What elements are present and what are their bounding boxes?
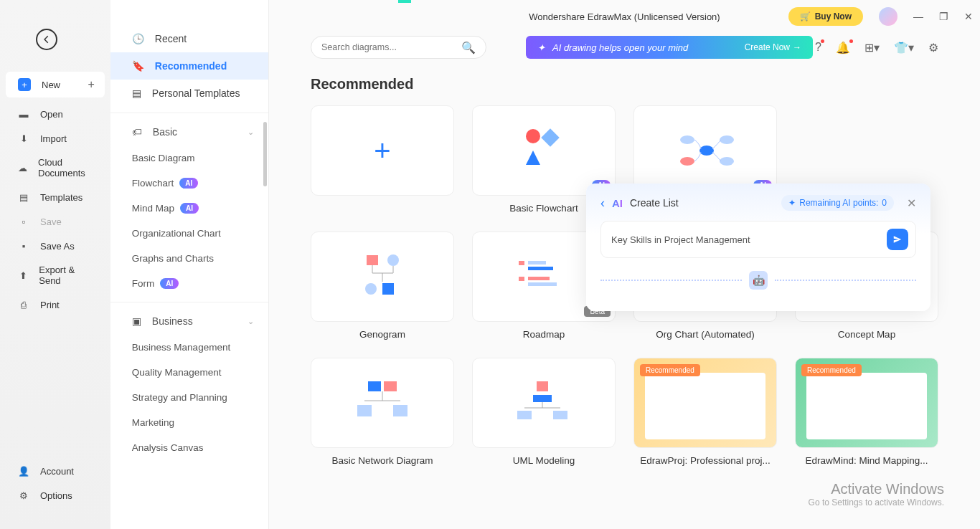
print-button[interactable]: ⎙ Print <box>0 292 110 317</box>
quality-mgmt-item[interactable]: Quality Management <box>110 360 268 385</box>
strategy-item[interactable]: Strategy and Planning <box>110 385 268 410</box>
options-button[interactable]: ⚙ Options <box>0 483 110 507</box>
diamond-icon: ✦ <box>788 198 796 208</box>
svg-point-5 <box>699 146 714 156</box>
minimize-button[interactable]: — <box>913 11 923 22</box>
create-now-button[interactable]: Create Now → <box>745 42 801 52</box>
card-label: Genogram <box>311 329 454 340</box>
card-label: UML Modeling <box>472 455 616 466</box>
help-icon[interactable]: ? <box>815 41 821 54</box>
analysis-label: Analysis Canvas <box>132 442 204 453</box>
genogram-card[interactable]: Genogram <box>311 232 454 340</box>
svg-rect-8 <box>367 255 378 265</box>
maximize-button[interactable]: ❐ <box>939 11 948 22</box>
flowchart-icon <box>512 125 576 176</box>
graphs-item[interactable]: Graphs and Charts <box>110 246 268 271</box>
network-diagram-card[interactable]: Basic Network Diagram <box>311 358 454 466</box>
import-button[interactable]: ⬇ Import <box>0 126 110 151</box>
personal-label: Personal Templates <box>152 87 240 99</box>
arrow-left-icon <box>42 34 52 44</box>
cloud-button[interactable]: ☁ Cloud Documents <box>0 151 110 185</box>
print-icon: ⎙ <box>18 299 29 310</box>
basic-label: Basic <box>153 126 177 138</box>
cart-icon: 🛒 <box>800 11 811 22</box>
bell-icon[interactable]: 🔔 <box>836 41 850 54</box>
business-category[interactable]: ▣ Business ⌄ <box>110 302 268 335</box>
basic-category[interactable]: 🏷 Basic ⌄ <box>110 113 268 146</box>
search-input[interactable] <box>321 42 461 52</box>
ai-banner[interactable]: ✦ AI drawing helps open your mind Create… <box>526 36 813 59</box>
apps-icon[interactable]: ⊞▾ <box>864 41 880 54</box>
ai-badge: AI <box>160 278 179 289</box>
svg-rect-20 <box>528 277 550 280</box>
ai-points-label: Remaining AI points: <box>799 198 878 208</box>
clock-icon: 🕒 <box>132 33 144 44</box>
import-icon: ⬇ <box>18 133 29 144</box>
svg-point-3 <box>680 135 694 144</box>
open-label: Open <box>40 109 63 120</box>
buy-label: Buy Now <box>815 11 852 22</box>
account-label: Account <box>40 466 74 477</box>
svg-rect-16 <box>519 261 524 265</box>
chevron-down-icon: ⌄ <box>248 317 254 326</box>
save-as-icon: ▪ <box>18 240 29 252</box>
basic-diagram-label: Basic Diagram <box>132 153 195 163</box>
scrollbar[interactable] <box>263 122 267 186</box>
edrawmind-card[interactable]: Recommended EdrawMind: Mind Mapping... <box>795 358 938 466</box>
svg-marker-2 <box>526 151 540 165</box>
recent-item[interactable]: 🕒 Recent <box>110 25 268 52</box>
flowchart-label: Flowchart <box>132 178 174 189</box>
close-button[interactable]: ✕ <box>964 11 973 22</box>
svg-point-9 <box>387 254 399 266</box>
mindmap-label: Mind Map <box>132 203 174 214</box>
uml-card[interactable]: UML Modeling <box>472 358 616 466</box>
new-label: New <box>42 80 60 90</box>
layout-icon: ▤ <box>132 87 141 99</box>
send-icon <box>892 234 903 244</box>
ai-back-button[interactable]: ‹ <box>600 196 605 211</box>
plus-icon: + <box>374 135 390 167</box>
form-item[interactable]: FormAI <box>110 271 268 296</box>
back-button[interactable] <box>36 29 57 50</box>
settings-icon[interactable]: ⚙ <box>928 41 938 54</box>
blank-template-card[interactable]: + <box>311 105 454 214</box>
user-avatar[interactable] <box>879 7 897 26</box>
primary-sidebar: + New + ▬ Open ⬇ Import ☁ Cloud Document… <box>0 0 110 529</box>
shirt-icon[interactable]: 👕▾ <box>894 41 914 54</box>
flowchart-item[interactable]: FlowchartAI <box>110 171 268 196</box>
buy-now-button[interactable]: 🛒 Buy Now <box>788 7 863 26</box>
svg-rect-15 <box>382 283 394 295</box>
svg-rect-21 <box>528 282 557 286</box>
business-mgmt-item[interactable]: Business Management <box>110 335 268 360</box>
ai-divider: 🤖 <box>600 271 916 290</box>
edrawproj-card[interactable]: Recommended EdrawProj: Professional proj… <box>633 358 777 466</box>
new-button[interactable]: + New + <box>6 72 105 97</box>
svg-rect-39 <box>384 381 397 391</box>
templates-button[interactable]: ▤ Templates <box>0 185 110 209</box>
mindmap-item[interactable]: Mind MapAI <box>110 196 268 221</box>
ai-prompt-input[interactable] <box>611 234 887 245</box>
card-label: EdrawMind: Mind Mapping... <box>795 455 938 466</box>
tag-icon: 🏷 <box>132 126 142 138</box>
personal-templates-item[interactable]: ▤ Personal Templates <box>110 80 268 107</box>
org-chart-item[interactable]: Organizational Chart <box>110 221 268 246</box>
basic-diagram-item[interactable]: Basic Diagram <box>110 146 268 171</box>
svg-rect-48 <box>517 411 532 419</box>
briefcase-icon: ▣ <box>132 315 141 327</box>
save-as-button[interactable]: ▪ Save As <box>0 234 110 258</box>
analysis-item[interactable]: Analysis Canvas <box>110 435 268 460</box>
ai-badge: AI <box>179 178 198 189</box>
recommended-item[interactable]: 🔖 Recommended <box>110 52 268 80</box>
account-button[interactable]: 👤 Account <box>0 459 110 483</box>
export-button[interactable]: ⬆ Export & Send <box>0 258 110 292</box>
svg-point-6 <box>720 135 734 144</box>
search-icon[interactable]: 🔍 <box>461 41 476 54</box>
svg-rect-19 <box>519 277 524 281</box>
ai-points-badge[interactable]: ✦ Remaining AI points: 0 <box>781 195 894 211</box>
ai-close-button[interactable]: ✕ <box>907 196 916 210</box>
cloud-label: Cloud Documents <box>38 157 93 178</box>
marketing-item[interactable]: Marketing <box>110 410 268 435</box>
ai-send-button[interactable] <box>887 229 908 250</box>
search-box[interactable]: 🔍 <box>311 36 486 59</box>
open-button[interactable]: ▬ Open <box>0 102 110 126</box>
